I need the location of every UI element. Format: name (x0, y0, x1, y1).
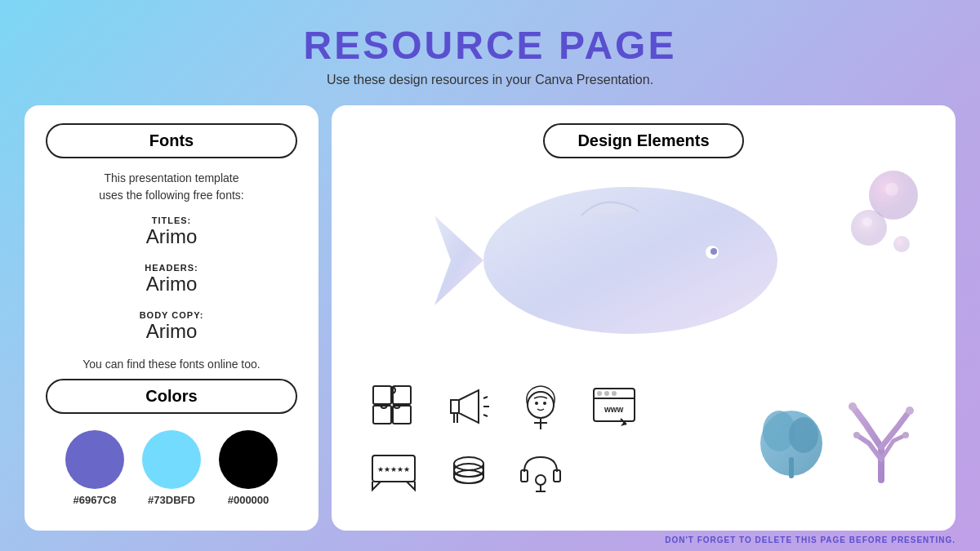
svg-point-39 (902, 432, 909, 438)
svg-point-37 (906, 407, 914, 415)
swatch-purple: #6967C8 (65, 430, 124, 506)
icons-row1: www (369, 382, 639, 431)
font-label-headers: HEADERS: (46, 263, 297, 273)
design-area: www ★★★★★ (353, 167, 934, 513)
font-name-body: Arimo (46, 320, 297, 343)
swatch-hex-black: #000000 (228, 494, 270, 506)
svg-rect-8 (373, 386, 391, 404)
right-panel: Design Elements (332, 105, 956, 531)
svg-point-6 (862, 217, 872, 227)
swatch-hex-purple: #6967C8 (74, 494, 117, 506)
fish-illustration (402, 167, 810, 354)
font-label-titles: TITLES: (46, 216, 297, 225)
colors-label: Colors (46, 379, 297, 414)
icons-row2: ★★★★★ (369, 447, 565, 496)
svg-point-2 (710, 248, 717, 255)
swatch-hex-cyan: #73DBFD (148, 494, 195, 506)
goddess-icon (516, 382, 565, 431)
design-elements-label: Design Elements (543, 123, 743, 158)
svg-point-15 (528, 392, 554, 418)
fonts-label: Fonts (46, 123, 297, 158)
svg-line-14 (483, 415, 488, 416)
svg-point-38 (853, 432, 860, 438)
www-icon: www (590, 382, 639, 431)
footer-note: DON'T FORGET TO DELETE THIS PAGE BEFORE … (24, 531, 956, 551)
bubble-illustration (844, 167, 926, 264)
svg-text:★★★★★: ★★★★★ (377, 465, 410, 473)
colors-swatches: #6967C8 #73DBFD #000000 (46, 430, 297, 506)
svg-point-16 (535, 402, 538, 405)
svg-point-21 (604, 391, 609, 396)
font-name-headers: Arimo (46, 273, 297, 295)
swatch-circle-black (219, 430, 278, 489)
svg-point-36 (849, 402, 857, 411)
fonts-note: You can find these fonts online too. (46, 358, 297, 371)
font-entry-titles: TITLES: Arimo (46, 216, 297, 248)
design-elements-header: Design Elements (353, 123, 934, 158)
svg-rect-30 (521, 470, 528, 482)
font-entry-body: BODY COPY: Arimo (46, 310, 297, 343)
svg-rect-31 (554, 470, 560, 482)
coral-right-illustration (836, 390, 926, 488)
swatch-black: #000000 (219, 430, 278, 506)
swatch-cyan: #73DBFD (142, 430, 201, 506)
svg-point-17 (543, 402, 546, 405)
page-subtitle: Use these design resources in your Canva… (304, 73, 677, 87)
coins-icon (443, 447, 492, 496)
swatch-circle-purple (65, 430, 124, 489)
rating-icon: ★★★★★ (369, 447, 418, 496)
svg-text:www: www (604, 405, 624, 414)
main-content: Fonts This presentation templateuses the… (24, 105, 956, 531)
swatch-circle-cyan (142, 430, 201, 489)
svg-point-22 (612, 391, 617, 396)
headset-icon (516, 447, 565, 496)
left-panel: Fonts This presentation templateuses the… (24, 105, 318, 531)
svg-point-5 (885, 183, 898, 196)
svg-point-32 (536, 475, 546, 485)
svg-line-12 (483, 397, 488, 398)
font-name-titles: Arimo (46, 225, 297, 248)
font-label-body: BODY COPY: (46, 310, 297, 320)
svg-point-20 (597, 391, 602, 396)
coral-left-illustration (755, 398, 828, 480)
megaphone-icon (443, 382, 492, 431)
fonts-intro: This presentation templateuses the follo… (46, 170, 297, 204)
svg-point-4 (851, 210, 887, 246)
page-title: RESOURCE PAGE (304, 23, 677, 68)
font-entry-headers: HEADERS: Arimo (46, 263, 297, 295)
svg-point-35 (789, 417, 818, 453)
page-header: RESOURCE PAGE Use these design resources… (304, 0, 677, 94)
svg-point-7 (893, 236, 910, 252)
puzzle-icon (369, 382, 418, 431)
